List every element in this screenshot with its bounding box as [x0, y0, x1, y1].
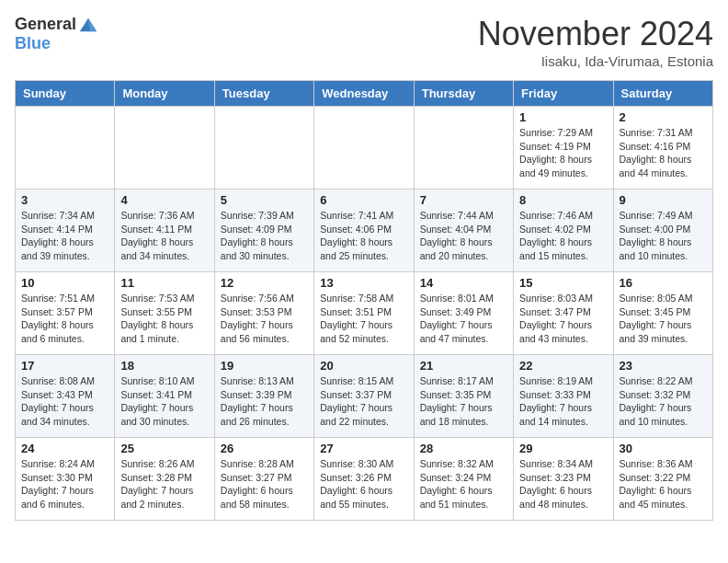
day-number: 9	[620, 193, 707, 207]
day-info: Sunrise: 7:51 AM Sunset: 3:57 PM Dayligh…	[21, 292, 108, 346]
calendar-header-friday: Friday	[514, 81, 613, 107]
day-number: 29	[519, 442, 607, 455]
calendar-header-thursday: Thursday	[414, 81, 513, 107]
day-number: 19	[221, 359, 308, 373]
day-info: Sunrise: 8:03 AM Sunset: 3:47 PM Dayligh…	[519, 292, 607, 346]
day-number: 12	[221, 276, 308, 290]
calendar-header-wednesday: Wednesday	[314, 81, 414, 107]
calendar-cell: 25Sunrise: 8:26 AM Sunset: 3:28 PM Dayli…	[115, 438, 214, 521]
calendar-cell: 26Sunrise: 8:28 AM Sunset: 3:27 PM Dayli…	[214, 438, 313, 521]
calendar-cell: 6Sunrise: 7:41 AM Sunset: 4:06 PM Daylig…	[314, 190, 414, 272]
calendar-cell	[16, 107, 115, 190]
calendar-cell: 17Sunrise: 8:08 AM Sunset: 3:43 PM Dayli…	[16, 355, 115, 438]
day-number: 17	[21, 359, 108, 373]
calendar-cell	[414, 107, 513, 190]
day-info: Sunrise: 7:36 AM Sunset: 4:11 PM Dayligh…	[120, 209, 208, 263]
day-info: Sunrise: 8:15 AM Sunset: 3:37 PM Dayligh…	[320, 374, 407, 429]
day-info: Sunrise: 8:08 AM Sunset: 3:43 PM Dayligh…	[21, 374, 108, 429]
calendar-cell: 19Sunrise: 8:13 AM Sunset: 3:39 PM Dayli…	[214, 355, 313, 438]
calendar-cell: 8Sunrise: 7:46 AM Sunset: 4:02 PM Daylig…	[514, 190, 613, 272]
logo-icon	[78, 15, 98, 35]
day-number: 26	[221, 442, 308, 455]
calendar-cell: 29Sunrise: 8:34 AM Sunset: 3:23 PM Dayli…	[514, 438, 613, 521]
day-number: 10	[21, 276, 108, 290]
calendar-cell: 23Sunrise: 8:22 AM Sunset: 3:32 PM Dayli…	[613, 355, 712, 438]
calendar-header-saturday: Saturday	[613, 81, 712, 107]
day-info: Sunrise: 7:56 AM Sunset: 3:53 PM Dayligh…	[221, 292, 308, 346]
day-number: 1	[519, 110, 607, 124]
day-info: Sunrise: 8:05 AM Sunset: 3:45 PM Dayligh…	[620, 292, 707, 346]
calendar-header-monday: Monday	[115, 81, 214, 107]
calendar-table: SundayMondayTuesdayWednesdayThursdayFrid…	[15, 80, 713, 521]
day-info: Sunrise: 7:44 AM Sunset: 4:04 PM Dayligh…	[420, 209, 507, 263]
calendar-cell: 22Sunrise: 8:19 AM Sunset: 3:33 PM Dayli…	[514, 355, 613, 438]
day-info: Sunrise: 8:01 AM Sunset: 3:49 PM Dayligh…	[420, 292, 507, 346]
day-number: 15	[519, 276, 607, 290]
day-number: 8	[519, 193, 607, 207]
title-section: November 2024 Iisaku, Ida-Virumaa, Eston…	[478, 15, 713, 69]
day-info: Sunrise: 8:13 AM Sunset: 3:39 PM Dayligh…	[221, 374, 308, 429]
day-info: Sunrise: 7:58 AM Sunset: 3:51 PM Dayligh…	[320, 292, 407, 346]
day-info: Sunrise: 7:46 AM Sunset: 4:02 PM Dayligh…	[519, 209, 607, 263]
day-info: Sunrise: 7:29 AM Sunset: 4:19 PM Dayligh…	[519, 126, 607, 180]
calendar-cell: 24Sunrise: 8:24 AM Sunset: 3:30 PM Dayli…	[16, 438, 115, 521]
day-number: 11	[120, 276, 208, 290]
day-number: 4	[120, 193, 208, 207]
calendar-header-tuesday: Tuesday	[214, 81, 313, 107]
page-header: General Blue November 2024 Iisaku, Ida-V…	[15, 15, 713, 69]
calendar-cell: 27Sunrise: 8:30 AM Sunset: 3:26 PM Dayli…	[314, 438, 414, 521]
day-number: 25	[120, 442, 208, 455]
day-number: 24	[21, 442, 108, 455]
calendar-cell: 14Sunrise: 8:01 AM Sunset: 3:49 PM Dayli…	[414, 272, 513, 355]
calendar-cell: 13Sunrise: 7:58 AM Sunset: 3:51 PM Dayli…	[314, 272, 414, 355]
calendar-cell: 9Sunrise: 7:49 AM Sunset: 4:00 PM Daylig…	[613, 190, 712, 272]
day-number: 6	[320, 193, 407, 207]
day-info: Sunrise: 7:41 AM Sunset: 4:06 PM Dayligh…	[320, 209, 407, 263]
calendar-cell: 10Sunrise: 7:51 AM Sunset: 3:57 PM Dayli…	[16, 272, 115, 355]
day-info: Sunrise: 8:22 AM Sunset: 3:32 PM Dayligh…	[620, 374, 707, 429]
day-number: 22	[519, 359, 607, 373]
calendar-week-row: 17Sunrise: 8:08 AM Sunset: 3:43 PM Dayli…	[16, 355, 713, 438]
calendar-week-row: 3Sunrise: 7:34 AM Sunset: 4:14 PM Daylig…	[16, 190, 713, 272]
day-info: Sunrise: 7:49 AM Sunset: 4:00 PM Dayligh…	[620, 209, 707, 263]
calendar-cell: 4Sunrise: 7:36 AM Sunset: 4:11 PM Daylig…	[115, 190, 214, 272]
day-info: Sunrise: 8:10 AM Sunset: 3:41 PM Dayligh…	[120, 374, 208, 429]
day-info: Sunrise: 7:53 AM Sunset: 3:55 PM Dayligh…	[120, 292, 208, 346]
location-subtitle: Iisaku, Ida-Virumaa, Estonia	[478, 53, 713, 69]
calendar-cell: 30Sunrise: 8:36 AM Sunset: 3:22 PM Dayli…	[613, 438, 712, 521]
calendar-cell: 20Sunrise: 8:15 AM Sunset: 3:37 PM Dayli…	[314, 355, 414, 438]
day-number: 23	[620, 359, 707, 373]
day-info: Sunrise: 8:36 AM Sunset: 3:22 PM Dayligh…	[620, 457, 707, 511]
calendar-week-row: 10Sunrise: 7:51 AM Sunset: 3:57 PM Dayli…	[16, 272, 713, 355]
day-number: 20	[320, 359, 407, 373]
month-title: November 2024	[478, 15, 713, 53]
day-info: Sunrise: 8:26 AM Sunset: 3:28 PM Dayligh…	[120, 457, 208, 511]
day-number: 2	[620, 110, 707, 124]
day-number: 28	[420, 442, 507, 455]
calendar-cell: 5Sunrise: 7:39 AM Sunset: 4:09 PM Daylig…	[214, 190, 313, 272]
day-info: Sunrise: 8:34 AM Sunset: 3:23 PM Dayligh…	[519, 457, 607, 511]
day-info: Sunrise: 8:32 AM Sunset: 3:24 PM Dayligh…	[420, 457, 507, 511]
day-number: 21	[420, 359, 507, 373]
day-info: Sunrise: 8:19 AM Sunset: 3:33 PM Dayligh…	[519, 374, 607, 429]
day-number: 7	[420, 193, 507, 207]
calendar-cell: 1Sunrise: 7:29 AM Sunset: 4:19 PM Daylig…	[514, 107, 613, 190]
calendar-week-row: 1Sunrise: 7:29 AM Sunset: 4:19 PM Daylig…	[16, 107, 713, 190]
day-number: 13	[320, 276, 407, 290]
calendar-cell: 16Sunrise: 8:05 AM Sunset: 3:45 PM Dayli…	[613, 272, 712, 355]
day-info: Sunrise: 8:24 AM Sunset: 3:30 PM Dayligh…	[21, 457, 108, 511]
logo: General Blue	[15, 15, 98, 53]
calendar-cell: 21Sunrise: 8:17 AM Sunset: 3:35 PM Dayli…	[414, 355, 513, 438]
calendar-week-row: 24Sunrise: 8:24 AM Sunset: 3:30 PM Dayli…	[16, 438, 713, 521]
calendar-cell: 7Sunrise: 7:44 AM Sunset: 4:04 PM Daylig…	[414, 190, 513, 272]
day-number: 14	[420, 276, 507, 290]
day-info: Sunrise: 7:34 AM Sunset: 4:14 PM Dayligh…	[21, 209, 108, 263]
calendar-header-sunday: Sunday	[16, 81, 115, 107]
day-info: Sunrise: 7:31 AM Sunset: 4:16 PM Dayligh…	[620, 126, 707, 180]
calendar-cell: 28Sunrise: 8:32 AM Sunset: 3:24 PM Dayli…	[414, 438, 513, 521]
day-number: 27	[320, 442, 407, 455]
day-info: Sunrise: 8:17 AM Sunset: 3:35 PM Dayligh…	[420, 374, 507, 429]
calendar-cell	[314, 107, 414, 190]
day-info: Sunrise: 7:39 AM Sunset: 4:09 PM Dayligh…	[221, 209, 308, 263]
logo-general-text: General	[15, 16, 76, 34]
